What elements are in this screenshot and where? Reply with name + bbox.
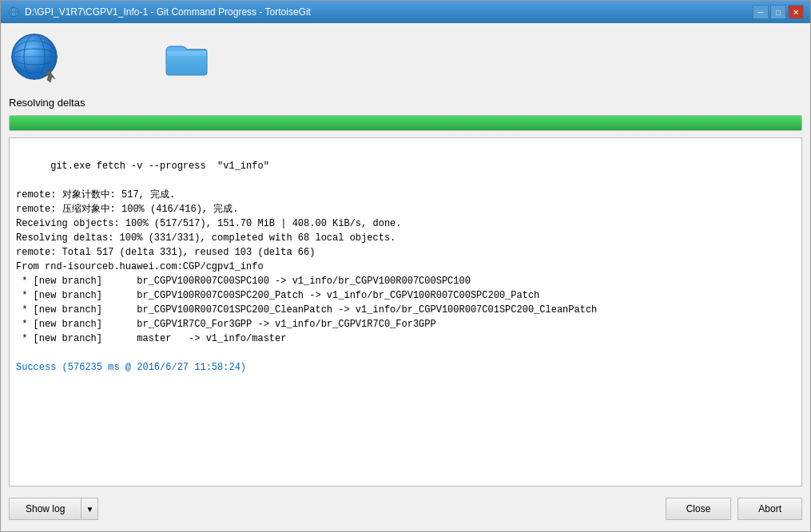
dropdown-arrow: ▼ bbox=[85, 505, 93, 514]
abort-button[interactable]: Abort bbox=[737, 498, 802, 520]
close-button[interactable]: Close bbox=[666, 498, 732, 520]
close-title-button[interactable]: ✕ bbox=[788, 5, 804, 19]
progress-bar-fill bbox=[10, 116, 801, 130]
folder-icon bbox=[165, 35, 209, 81]
footer-right: Close Abort bbox=[666, 498, 802, 520]
title-bar: D:\GPI_V1R7\CGPV1_Info-1 - Git Command P… bbox=[1, 1, 810, 23]
progress-bar-container bbox=[9, 115, 802, 131]
window-controls: ─ □ ✕ bbox=[753, 5, 804, 19]
header-icons bbox=[9, 31, 802, 85]
main-window: D:\GPI_V1R7\CGPV1_Info-1 - Git Command P… bbox=[0, 0, 811, 532]
svg-rect-10 bbox=[166, 56, 207, 75]
success-text: Success (576235 ms @ 2016/6/27 11:58:24) bbox=[16, 362, 246, 373]
status-label: Resolving deltas bbox=[9, 97, 802, 109]
footer-left: Show log ▼ bbox=[9, 498, 98, 520]
show-log-dropdown[interactable]: ▼ bbox=[81, 498, 98, 520]
header-section: Resolving deltas bbox=[9, 31, 802, 109]
log-text: git.exe fetch -v --progress "v1_info" re… bbox=[16, 161, 597, 344]
minimize-button[interactable]: ─ bbox=[753, 5, 769, 19]
maximize-button[interactable]: □ bbox=[770, 5, 786, 19]
content-area: Resolving deltas git.exe fetch -v --prog… bbox=[1, 23, 810, 531]
show-log-button[interactable]: Show log bbox=[9, 498, 81, 520]
app-icon bbox=[7, 6, 20, 18]
log-output: git.exe fetch -v --progress "v1_info" re… bbox=[9, 137, 802, 486]
footer: Show log ▼ Close Abort bbox=[9, 493, 802, 523]
globe-icon bbox=[9, 31, 61, 85]
window-title: D:\GPI_V1R7\CGPV1_Info-1 - Git Command P… bbox=[25, 6, 311, 18]
